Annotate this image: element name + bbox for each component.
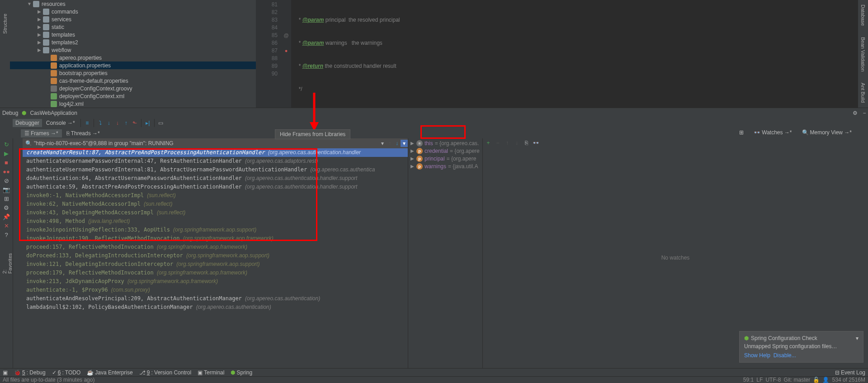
tree-item-apereo[interactable]: apereo.properties [10,54,256,61]
force-step-into-icon[interactable]: ↓ [114,119,121,127]
step-out-icon[interactable]: ↑ [123,119,130,127]
next-frame-icon[interactable]: ↓ [393,140,401,147]
git-branch[interactable]: Git: master [784,377,811,383]
var-row-warnings[interactable]: ▶pwarnings= {java.util.A [410,162,482,170]
frame-row[interactable]: invoke:213, JdkDynamicAopProxy (org.spri… [23,277,408,286]
frame-row[interactable]: doProceed:133, DelegatingIntroductionInt… [23,251,408,260]
evaluate-icon[interactable]: ▭ [157,119,165,127]
spring-notification[interactable]: ⬢Spring Configuration Check▾ Unmapped Sp… [739,331,863,363]
terminal-tool-button[interactable]: ▣ Terminal [198,369,224,376]
tree-item-deployergroovy[interactable]: deployerConfigContext.groovy [10,85,256,92]
frame-row[interactable]: authenticate:-1, $Proxy96 (com.sun.proxy… [23,286,408,294]
file-encoding[interactable]: UTF-8 [765,377,781,383]
frame-row[interactable]: authenticate:59, AbstractPreAndPostProce… [23,183,408,191]
frames-tab[interactable]: ☰Frames →* [21,129,62,137]
frame-row[interactable]: invoke:121, DelegatingIntroductionInterc… [23,260,408,269]
down-icon[interactable]: ↓ [513,139,520,147]
tool-window-toggle[interactable]: ▣ [3,369,8,376]
frame-row[interactable]: proceed:157, ReflectiveMethodInvocation … [23,243,408,251]
thread-selector[interactable]: 🔍 "http-nio-8070-exec-5"@9,888 in group … [23,138,408,148]
remove-watch-icon[interactable]: − [494,139,501,147]
pin-icon[interactable]: 📌 [2,213,10,221]
filter-icon[interactable]: ▾ [401,140,408,147]
tree-item-deployerxml[interactable]: deployerConfigContext.xml [10,92,256,100]
frame-row[interactable]: invoke0:-1, NativeMethodAccessorImpl (su… [23,191,408,200]
chevron-down-icon[interactable]: ▾ [379,140,386,147]
tree-item-castheme[interactable]: cas-theme-default.properties [10,77,256,85]
var-row-credential[interactable]: ▶pcredential= {org.apere [410,147,482,155]
up-icon[interactable]: ↑ [504,139,511,147]
tree-item-services[interactable]: ▶services [10,15,256,23]
breakpoint-icon[interactable]: ● [281,47,291,55]
minimize-icon[interactable]: − [861,109,868,117]
favorites-tool[interactable]: 2: Favorites [2,253,13,274]
lock-icon[interactable]: 🔓 [813,377,820,383]
tree-item-resources[interactable]: ▼resources [10,0,256,8]
tree-item-static[interactable]: ▶static [10,23,256,31]
restore-layout-icon[interactable]: ⊞ [736,128,747,137]
rerun-icon[interactable]: ↻ [2,140,10,148]
gear-icon[interactable]: ⚙ [851,109,859,117]
frame-row[interactable]: authenticateAndResolvePrincipal:209, Abs… [23,294,408,303]
step-return-icon[interactable]: ≡ [84,119,91,127]
close-icon[interactable]: ✕ [2,222,10,230]
project-tree[interactable]: ▼resources ▶commands ▶services ▶static ▶… [10,0,256,108]
frame-row[interactable]: authenticateUsernamePasswordInternal:81,… [23,165,408,174]
variables-panel[interactable]: ▶≡this= {org.apereo.cas. ▶pcredential= {… [408,138,482,368]
tree-item-templates[interactable]: ▶templates [10,31,256,38]
watches-tab[interactable]: 👓Watches →* [750,128,795,137]
prev-frame-icon[interactable]: ↑ [386,140,393,147]
memory-view-tab[interactable]: 🔍Memory View →* [798,128,855,137]
console-tab[interactable]: Console →* [43,119,78,127]
frame-row[interactable]: invokeJoinpoint:190, ReflectiveMethodInv… [23,234,408,243]
spring-tool-button[interactable]: ⬢ Spring [231,369,252,376]
help-icon[interactable]: ? [2,231,10,239]
frame-row[interactable]: lambda$null$2:102, PolicyBasedAuthentica… [23,303,408,312]
database-tool[interactable]: Database [860,5,866,26]
frame-row[interactable]: invokeJoinpointUsingReflection:333, AopU… [23,226,408,234]
mute-breakpoints-icon[interactable]: ⊘ [2,176,10,184]
tree-item-application[interactable]: application.properties [10,61,256,69]
get-thread-dump-icon[interactable]: 📷 [2,185,10,194]
step-over-icon[interactable]: ⤵ [97,119,104,127]
tree-item-webflow[interactable]: ▶webflow [10,46,256,54]
show-watches-icon[interactable]: 👓 [532,139,539,147]
override-icon[interactable]: @ [281,32,291,39]
code-editor[interactable]: * @param principal the resolved principa… [291,0,858,108]
view-breakpoints-icon[interactable]: ●● [2,167,10,175]
var-row-principal[interactable]: ▶pprincipal= {org.apere [410,155,482,162]
disable-link[interactable]: Disable... [774,352,796,359]
restore-layout-icon[interactable]: ⊞ [2,194,10,203]
var-row-this[interactable]: ▶≡this= {org.apereo.cas. [410,139,482,147]
line-separator[interactable]: LF [756,377,763,383]
java-ee-tool-button[interactable]: ☕ Java Enterprise [87,369,132,376]
frame-row[interactable]: invoke:62, NativeMethodAccessorImpl (sun… [23,200,408,208]
show-help-link[interactable]: Show Help [744,352,770,359]
inspector-icon[interactable]: 👤 [822,377,829,383]
step-into-icon[interactable]: ↓ [105,119,113,127]
debugger-tab[interactable]: Debugger [13,119,42,127]
bean-validation-tool[interactable]: Bean Validation [860,37,866,71]
cursor-position[interactable]: 59:1 [743,377,754,383]
stop-icon[interactable]: ■ [2,158,10,166]
tree-item-commands[interactable]: ▶commands [10,8,256,15]
frame-row[interactable]: doAuthentication:64, AbstractUsernamePas… [23,174,408,183]
frame-row[interactable]: authenticateUsernamePasswordInternal:47,… [23,157,408,165]
tree-item-templates2[interactable]: ▶templates2 [10,38,256,46]
tree-item-bootstrap[interactable]: bootstrap.properties [10,69,256,77]
memory-indicator[interactable]: 534 of 2516M [832,377,865,383]
copy-watch-icon[interactable]: ⎘ [523,139,530,147]
frame-row[interactable]: invoke:498, Method (java.lang.reflect) [23,217,408,226]
add-watch-icon[interactable]: + [485,139,492,147]
structure-tool[interactable]: Structure [2,14,8,34]
run-to-cursor-icon[interactable]: ▸| [144,119,151,127]
debug-tool-button[interactable]: 🐞 55: Debug: Debug [14,369,46,376]
tree-item-log4j2[interactable]: log4j2.xml [10,100,256,108]
frame-row[interactable]: createHandlerResult:87, AbstractPreAndPo… [23,148,408,157]
threads-tab[interactable]: ⎘Threads →* [63,129,104,137]
event-log-button[interactable]: ⊟ Event Log [835,369,865,376]
chevron-down-icon[interactable]: ▾ [856,335,859,341]
resume-icon[interactable]: ▶ [2,149,10,157]
frames-list[interactable]: createHandlerResult:87, AbstractPreAndPo… [23,148,408,368]
frame-row[interactable]: invoke:43, DelegatingMethodAccessorImpl … [23,208,408,217]
